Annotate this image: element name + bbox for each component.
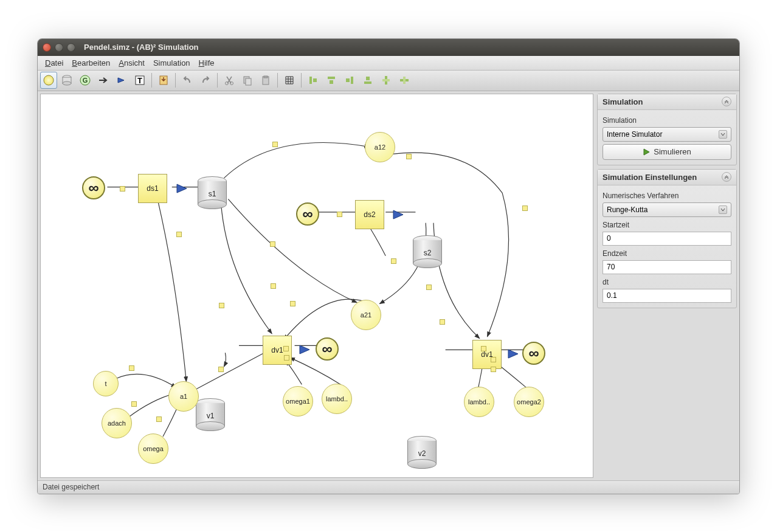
menubar: Datei Bearbeiten Ansicht Simulation Hilf…	[38, 56, 739, 71]
node-a1[interactable]: a1	[168, 381, 199, 412]
svg-text:G: G	[83, 77, 88, 84]
svg-rect-24	[382, 79, 390, 81]
svg-rect-19	[351, 77, 353, 84]
menu-simulation[interactable]: Simulation	[150, 57, 194, 69]
window-title: Pendel.simz - (AB)² Simulation	[84, 43, 199, 52]
statusbar: Datei gespeichert	[38, 480, 739, 494]
node-lambd2[interactable]: lambd..	[464, 387, 494, 417]
flow-arrow-icon	[176, 182, 190, 195]
align-center-h-icon[interactable]	[378, 72, 395, 89]
titlebar: Pendel.simz - (AB)² Simulation	[38, 39, 739, 56]
dt-input[interactable]: 0.1	[603, 289, 731, 303]
node-v2[interactable]: v2	[407, 436, 437, 469]
start-input[interactable]: 0	[603, 232, 731, 246]
end-label: Endzeit	[603, 249, 731, 258]
toolbar: G T	[38, 71, 739, 91]
svg-rect-26	[403, 77, 406, 84]
paste-icon[interactable]	[257, 72, 274, 89]
node-a12[interactable]: a12	[365, 132, 395, 162]
collapse-icon[interactable]	[722, 97, 731, 106]
tool-text-icon[interactable]: T	[131, 72, 148, 89]
end-input[interactable]: 70	[603, 260, 731, 274]
start-label: Startzeit	[603, 221, 731, 229]
flow-arrow-icon-2	[392, 209, 407, 221]
collapse-icon[interactable]	[722, 172, 731, 182]
node-dv2[interactable]: dv1	[472, 340, 502, 369]
menu-ansicht[interactable]: Ansicht	[115, 57, 148, 69]
align-center-v-icon[interactable]	[396, 72, 413, 89]
sim-combo[interactable]: Interne Simulator	[603, 127, 731, 142]
status-text: Datei gespeichert	[43, 483, 99, 491]
sim-label: Simulation	[603, 116, 731, 125]
svg-text:T: T	[137, 76, 142, 85]
svg-point-3	[63, 81, 71, 85]
window-buttons	[43, 43, 75, 52]
panel-title: Simulation	[603, 97, 643, 106]
node-omega2[interactable]: omega2	[514, 387, 544, 417]
tool-global-icon[interactable]: G	[77, 72, 94, 89]
method-combo[interactable]: Runge-Kutta	[603, 202, 731, 217]
svg-rect-20	[346, 78, 350, 82]
flow-arrow-icon-4	[507, 348, 522, 360]
node-sink-inf-1[interactable]: ∞	[316, 337, 339, 361]
svg-rect-17	[328, 77, 335, 79]
cut-icon[interactable]	[221, 72, 238, 89]
align-left-icon[interactable]	[305, 72, 322, 89]
svg-rect-22	[366, 77, 370, 80]
copy-icon[interactable]	[239, 72, 256, 89]
undo-icon[interactable]	[179, 72, 196, 89]
content-area: ∞ ds1 s1 a12 ∞ ds2 s2 a21 v1 dv1 ∞ v2 dv…	[38, 91, 739, 480]
node-lambd1[interactable]: lambd..	[322, 384, 352, 414]
play-icon	[643, 148, 650, 156]
menu-hilfe[interactable]: Hilfe	[195, 57, 218, 69]
simulate-button[interactable]: Simulieren	[603, 144, 731, 160]
align-bottom-icon[interactable]	[359, 72, 376, 89]
panel-title: Simulation Einstellungen	[603, 173, 697, 182]
minimize-button[interactable]	[55, 43, 63, 52]
svg-point-0	[44, 75, 54, 85]
svg-rect-21	[364, 81, 371, 84]
dropdown-icon	[719, 130, 727, 139]
tool-arrow-icon[interactable]	[95, 72, 112, 89]
svg-rect-18	[330, 80, 333, 84]
node-adach[interactable]: adach	[102, 408, 132, 438]
node-v1[interactable]: v1	[196, 398, 225, 431]
svg-rect-14	[264, 76, 268, 78]
menu-datei[interactable]: Datei	[41, 57, 67, 69]
redo-icon[interactable]	[197, 72, 214, 89]
svg-rect-12	[246, 78, 251, 85]
align-top-icon[interactable]	[323, 72, 340, 89]
node-a21[interactable]: a21	[351, 300, 381, 330]
dt-label: dt	[603, 278, 731, 286]
maximize-button[interactable]	[67, 43, 75, 52]
svg-rect-16	[313, 78, 317, 82]
close-button[interactable]	[43, 43, 51, 52]
menu-bearbeiten[interactable]: Bearbeiten	[68, 57, 114, 69]
app-window: Pendel.simz - (AB)² Simulation Datei Bea…	[37, 38, 740, 494]
node-sink-inf-2[interactable]: ∞	[522, 342, 545, 365]
diagram-canvas[interactable]: ∞ ds1 s1 a12 ∞ ds2 s2 a21 v1 dv1 ∞ v2 dv…	[40, 94, 593, 478]
node-ds1[interactable]: ds1	[138, 174, 167, 203]
tool-flow-icon[interactable]	[113, 72, 130, 89]
tool-parameter-icon[interactable]	[40, 72, 57, 89]
save-icon[interactable]	[155, 72, 172, 89]
node-t[interactable]: t	[93, 371, 119, 396]
node-source-inf-2[interactable]: ∞	[296, 202, 319, 226]
dropdown-icon	[719, 206, 727, 214]
svg-rect-15	[309, 77, 312, 84]
tool-container-icon[interactable]	[58, 72, 75, 89]
grid-icon[interactable]	[281, 72, 298, 89]
method-label: Numerisches Verfahren	[603, 192, 731, 200]
node-s2[interactable]: s2	[413, 235, 442, 268]
node-source-inf-1[interactable]: ∞	[82, 176, 105, 199]
flow-arrow-icon-3	[299, 344, 313, 356]
sidebar: Simulation Simulation Interne Simulator …	[597, 94, 737, 478]
panel-simulation: Simulation Simulation Interne Simulator …	[597, 94, 737, 165]
panel-settings: Simulation Einstellungen Numerisches Ver…	[597, 169, 737, 308]
node-omega1[interactable]: omega1	[283, 386, 313, 416]
node-s1[interactable]: s1	[198, 176, 227, 209]
align-right-icon[interactable]	[341, 72, 358, 89]
node-omega[interactable]: omega	[138, 434, 168, 464]
node-ds2[interactable]: ds2	[355, 200, 384, 229]
